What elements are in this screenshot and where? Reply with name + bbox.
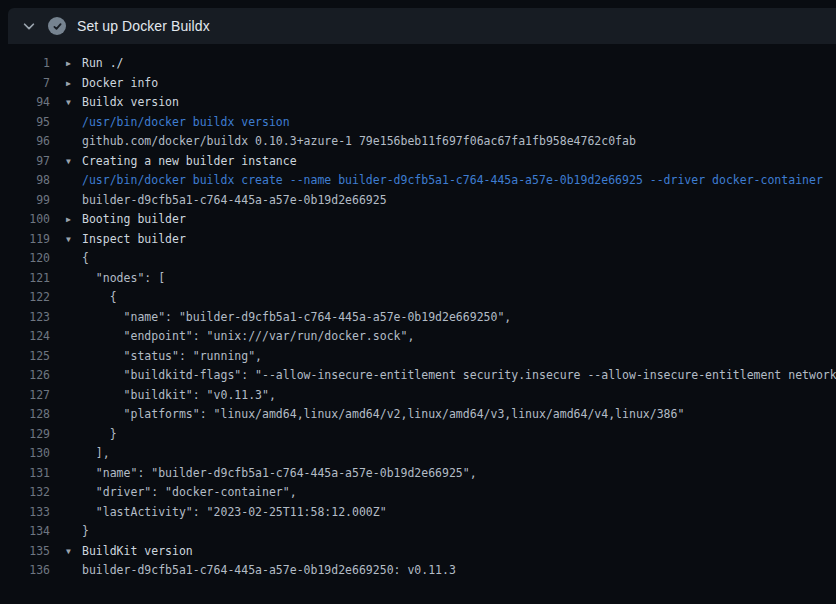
line-content: "endpoint": "unix:///var/run/docker.sock…	[66, 327, 414, 347]
line-content: "driver": "docker-container",	[66, 483, 297, 503]
log-line: 94▼Buildx version	[0, 93, 836, 113]
log-line: 123 "name": "builder-d9cfb5a1-c764-445a-…	[0, 308, 836, 328]
line-number[interactable]: 98	[0, 171, 50, 191]
line-content: ▼Buildx version	[66, 93, 179, 113]
log-line: 135▼BuildKit version	[0, 542, 836, 562]
output-text: "name": "builder-d9cfb5a1-c764-445a-a57e…	[82, 308, 511, 328]
log-line: 127 "buildkit": "v0.11.3",	[0, 386, 836, 406]
line-content: builder-d9cfb5a1-c764-445a-a57e-0b19d2e6…	[66, 561, 456, 581]
group-expanded-icon[interactable]: ▼	[66, 93, 82, 113]
line-content: ▼BuildKit version	[66, 542, 193, 562]
output-text: {	[82, 249, 89, 269]
line-number[interactable]: 119	[0, 230, 50, 250]
line-number[interactable]: 127	[0, 386, 50, 406]
log-line: 125 "status": "running",	[0, 347, 836, 367]
line-number[interactable]: 97	[0, 152, 50, 172]
line-number[interactable]: 95	[0, 113, 50, 133]
log-line: 136builder-d9cfb5a1-c764-445a-a57e-0b19d…	[0, 561, 836, 581]
line-content: {	[66, 249, 89, 269]
output-text: "platforms": "linux/amd64,linux/amd64/v2…	[82, 405, 684, 425]
log-line: 126 "buildkitd-flags": "--allow-insecure…	[0, 366, 836, 386]
group-label[interactable]: BuildKit version	[82, 542, 193, 562]
group-label[interactable]: Docker info	[82, 74, 158, 94]
command-text: /usr/bin/docker buildx create --name bui…	[82, 171, 823, 191]
log-line: 124 "endpoint": "unix:///var/run/docker.…	[0, 327, 836, 347]
line-content: "buildkitd-flags": "--allow-insecure-ent…	[66, 366, 836, 386]
line-number[interactable]: 96	[0, 132, 50, 152]
output-text: "buildkit": "v0.11.3",	[82, 386, 276, 406]
group-expanded-icon[interactable]: ▼	[66, 230, 82, 250]
line-content: "nodes": [	[66, 269, 165, 289]
log-line: 121 "nodes": [	[0, 269, 836, 289]
log-line: 100▶Booting builder	[0, 210, 836, 230]
line-number[interactable]: 132	[0, 483, 50, 503]
line-number[interactable]: 7	[0, 74, 50, 94]
line-content: "platforms": "linux/amd64,linux/amd64/v2…	[66, 405, 684, 425]
line-content: "status": "running",	[66, 347, 262, 367]
output-text: "nodes": [	[82, 269, 165, 289]
line-number[interactable]: 125	[0, 347, 50, 367]
log-line: 7▶Docker info	[0, 74, 836, 94]
line-content: ▼Creating a new builder instance	[66, 152, 297, 172]
check-circle-icon	[48, 17, 66, 35]
group-label[interactable]: Run ./	[82, 54, 124, 74]
line-content: /usr/bin/docker buildx create --name bui…	[66, 171, 823, 191]
log-line: 122 {	[0, 288, 836, 308]
line-number[interactable]: 123	[0, 308, 50, 328]
log-line: 96github.com/docker/buildx 0.10.3+azure-…	[0, 132, 836, 152]
chevron-down-icon[interactable]	[21, 18, 37, 34]
output-text: "driver": "docker-container",	[82, 483, 297, 503]
line-number[interactable]: 94	[0, 93, 50, 113]
group-expanded-icon[interactable]: ▼	[66, 152, 82, 172]
line-content: }	[66, 425, 117, 445]
log-line: 132 "driver": "docker-container",	[0, 483, 836, 503]
line-number[interactable]: 121	[0, 269, 50, 289]
line-content: github.com/docker/buildx 0.10.3+azure-1 …	[66, 132, 636, 152]
group-collapsed-icon[interactable]: ▶	[66, 210, 82, 230]
output-text: "name": "builder-d9cfb5a1-c764-445a-a57e…	[82, 464, 477, 484]
line-content: ▶Docker info	[66, 74, 158, 94]
line-number[interactable]: 131	[0, 464, 50, 484]
group-label[interactable]: Booting builder	[82, 210, 186, 230]
line-number[interactable]: 120	[0, 249, 50, 269]
log-line: 95/usr/bin/docker buildx version	[0, 113, 836, 133]
group-label[interactable]: Creating a new builder instance	[82, 152, 297, 172]
log-line: 120{	[0, 249, 836, 269]
line-number[interactable]: 135	[0, 542, 50, 562]
line-number[interactable]: 126	[0, 366, 50, 386]
output-text: "buildkitd-flags": "--allow-insecure-ent…	[82, 366, 836, 386]
line-number[interactable]: 134	[0, 522, 50, 542]
line-number[interactable]: 99	[0, 191, 50, 211]
output-text: ],	[82, 444, 110, 464]
log-line: 128 "platforms": "linux/amd64,linux/amd6…	[0, 405, 836, 425]
line-number[interactable]: 133	[0, 503, 50, 523]
line-content: "buildkit": "v0.11.3",	[66, 386, 276, 406]
group-collapsed-icon[interactable]: ▶	[66, 74, 82, 94]
log-line: 1▶Run ./	[0, 54, 836, 74]
log-viewer: 1▶Run ./7▶Docker info94▼Buildx version95…	[0, 44, 836, 581]
output-text: }	[82, 522, 89, 542]
line-number[interactable]: 122	[0, 288, 50, 308]
log-line: 130 ],	[0, 444, 836, 464]
step-header[interactable]: Set up Docker Buildx	[8, 8, 836, 44]
group-label[interactable]: Buildx version	[82, 93, 179, 113]
log-line: 98/usr/bin/docker buildx create --name b…	[0, 171, 836, 191]
line-number[interactable]: 130	[0, 444, 50, 464]
log-line: 129 }	[0, 425, 836, 445]
log-line: 119▼Inspect builder	[0, 230, 836, 250]
line-content: builder-d9cfb5a1-c764-445a-a57e-0b19d2e6…	[66, 191, 387, 211]
group-label[interactable]: Inspect builder	[82, 230, 186, 250]
line-number[interactable]: 124	[0, 327, 50, 347]
line-number[interactable]: 136	[0, 561, 50, 581]
line-content: /usr/bin/docker buildx version	[66, 113, 290, 133]
output-text: "lastActivity": "2023-02-25T11:58:12.000…	[82, 503, 387, 523]
group-collapsed-icon[interactable]: ▶	[66, 54, 82, 74]
group-expanded-icon[interactable]: ▼	[66, 542, 82, 562]
output-text: github.com/docker/buildx 0.10.3+azure-1 …	[82, 132, 636, 152]
line-number[interactable]: 128	[0, 405, 50, 425]
line-number[interactable]: 129	[0, 425, 50, 445]
line-number[interactable]: 100	[0, 210, 50, 230]
line-content: }	[66, 522, 89, 542]
line-content: ▶Run ./	[66, 54, 124, 74]
line-number[interactable]: 1	[0, 54, 50, 74]
